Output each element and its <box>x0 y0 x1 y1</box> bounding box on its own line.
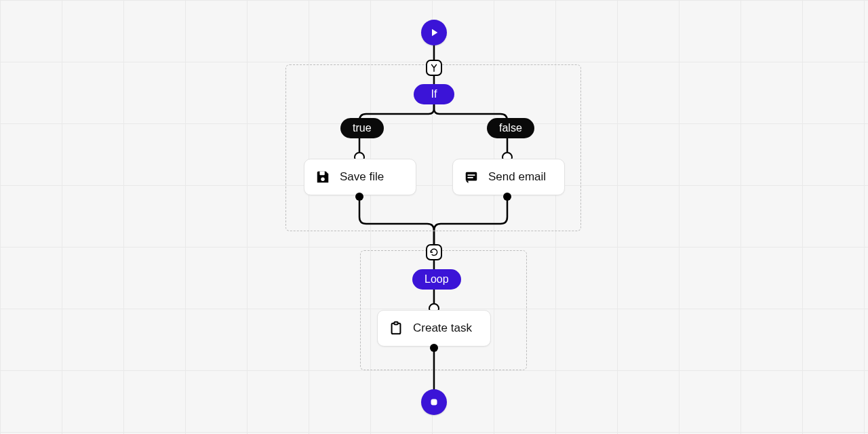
start-node[interactable] <box>421 20 447 45</box>
svg-rect-7 <box>431 399 437 406</box>
svg-rect-2 <box>466 172 477 181</box>
play-icon <box>428 26 440 39</box>
action-label: Create task <box>413 321 472 335</box>
action-label: Save file <box>340 170 384 184</box>
loop-badge[interactable] <box>426 244 442 260</box>
false-pill[interactable]: false <box>487 118 534 138</box>
output-port-save[interactable] <box>355 193 363 201</box>
svg-rect-3 <box>468 174 475 176</box>
true-pill[interactable]: true <box>340 118 384 138</box>
action-label: Send email <box>488 170 546 184</box>
if-label: If <box>431 88 437 100</box>
false-label: false <box>499 122 522 134</box>
flow-canvas[interactable]: If true false Save file Send email <box>0 0 868 434</box>
true-label: true <box>353 122 372 134</box>
svg-point-1 <box>321 177 325 181</box>
loop-pill[interactable]: Loop <box>412 269 461 290</box>
branch-icon <box>429 63 439 73</box>
stop-icon <box>428 396 440 408</box>
action-card-save-file[interactable]: Save file <box>304 159 416 195</box>
branch-badge[interactable] <box>426 60 442 76</box>
svg-rect-4 <box>468 177 473 178</box>
output-port-create[interactable] <box>430 344 438 352</box>
message-icon <box>464 170 479 184</box>
svg-rect-0 <box>319 172 324 176</box>
loop-label: Loop <box>425 273 449 285</box>
save-icon <box>315 170 330 184</box>
clipboard-icon <box>389 321 403 336</box>
loop-icon <box>429 248 439 257</box>
action-card-send-email[interactable]: Send email <box>452 159 565 195</box>
action-card-create-task[interactable]: Create task <box>377 310 491 347</box>
svg-rect-6 <box>394 322 398 325</box>
if-pill[interactable]: If <box>414 84 454 104</box>
end-node[interactable] <box>421 389 447 415</box>
output-port-send[interactable] <box>503 193 511 201</box>
